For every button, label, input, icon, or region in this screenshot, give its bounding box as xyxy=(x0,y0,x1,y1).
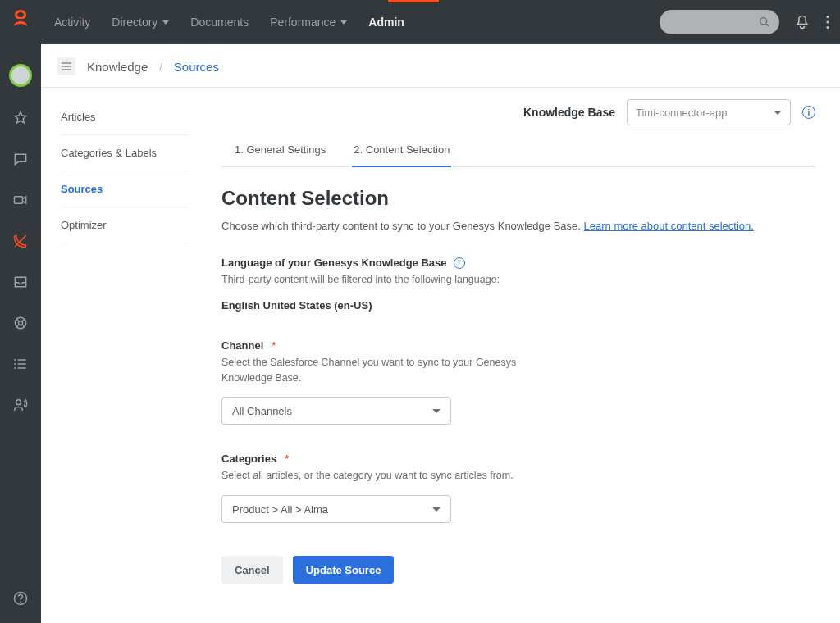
svg-point-13 xyxy=(20,601,21,603)
channel-value: All Channels xyxy=(232,405,292,417)
required-indicator: * xyxy=(285,452,289,465)
topnav-label: Performance xyxy=(270,16,336,29)
subnav-label: Sources xyxy=(61,183,103,195)
label-text: Categories xyxy=(221,452,276,465)
categories-block: Categories* Select all articles, or the … xyxy=(221,452,566,523)
cancel-button[interactable]: Cancel xyxy=(221,556,283,584)
desc-text: Choose which third-party content to sync… xyxy=(221,220,584,232)
topnav-admin[interactable]: Admin xyxy=(368,16,404,29)
svg-point-0 xyxy=(760,18,767,25)
svg-point-11 xyxy=(16,400,21,405)
channel-select[interactable]: All Channels xyxy=(221,397,451,425)
breadcrumb-separator: / xyxy=(159,61,162,73)
favorites-icon[interactable] xyxy=(11,108,30,128)
kb-selected-value: Timi-connector-app xyxy=(636,107,728,119)
tab-label: 1. General Settings xyxy=(235,143,326,156)
video-icon[interactable] xyxy=(11,190,30,210)
topbar-accent xyxy=(388,0,439,2)
topnav-label: Directory xyxy=(112,16,158,29)
chevron-down-icon xyxy=(774,111,782,115)
search-input[interactable] xyxy=(660,10,779,34)
kb-row: Knowledge Base Timi-connector-app i xyxy=(221,99,815,125)
button-label: Cancel xyxy=(235,564,270,576)
language-block: Language of your Genesys Knowledge Base … xyxy=(221,257,566,312)
info-icon[interactable]: i xyxy=(802,106,815,119)
label-text: Channel xyxy=(221,339,263,352)
topnav-documents[interactable]: Documents xyxy=(190,16,249,29)
categories-label: Categories* xyxy=(221,452,566,465)
topnav-performance[interactable]: Performance xyxy=(270,16,347,29)
genesys-logo-icon[interactable] xyxy=(12,10,29,34)
list-icon[interactable] xyxy=(11,354,30,374)
chevron-down-icon xyxy=(340,20,347,25)
subnav-categories-labels[interactable]: Categories & Labels xyxy=(61,135,189,171)
chevron-down-icon xyxy=(432,409,441,413)
subnav: Articles Categories & Labels Sources Opt… xyxy=(41,88,189,616)
topnav-directory[interactable]: Directory xyxy=(112,16,169,29)
breadcrumb-current[interactable]: Sources xyxy=(174,60,219,74)
subnav-optimizer[interactable]: Optimizer xyxy=(61,207,189,243)
svg-point-7 xyxy=(19,321,23,325)
button-label: Update Source xyxy=(306,564,381,576)
tab-label: 2. Content Selection xyxy=(354,143,450,156)
categories-select[interactable]: Product > All > Alma xyxy=(221,495,451,523)
svg-line-1 xyxy=(766,24,769,26)
topnav: Activity Directory Documents Performance… xyxy=(54,16,404,29)
chat-icon[interactable] xyxy=(11,149,30,169)
update-source-button[interactable]: Update Source xyxy=(293,556,395,584)
info-icon[interactable]: i xyxy=(454,257,465,269)
language-value: English United States (en-US) xyxy=(221,299,566,312)
svg-point-4 xyxy=(826,26,829,29)
lifebuoy-icon[interactable] xyxy=(11,313,30,333)
topnav-label: Documents xyxy=(190,16,249,29)
chevron-down-icon xyxy=(162,20,169,25)
svg-point-3 xyxy=(826,20,829,23)
content: Knowledge Base Timi-connector-app i 1. G… xyxy=(189,88,840,616)
subnav-label: Categories & Labels xyxy=(61,147,157,159)
search-icon xyxy=(758,16,771,29)
menu-toggle-icon[interactable] xyxy=(57,57,75,75)
learn-more-link[interactable]: Learn more about content selection. xyxy=(584,220,754,232)
subnav-label: Optimizer xyxy=(61,219,107,231)
language-label: Language of your Genesys Knowledge Base … xyxy=(221,257,566,269)
topnav-label: Activity xyxy=(54,16,90,29)
more-icon[interactable] xyxy=(825,15,830,30)
topnav-activity[interactable]: Activity xyxy=(54,16,90,29)
required-indicator: * xyxy=(272,339,276,352)
language-help: Third-party content will be filtered int… xyxy=(221,272,566,288)
svg-point-9 xyxy=(14,363,16,365)
tab-content-selection[interactable]: 2. Content Selection xyxy=(352,143,451,167)
actions-row: Cancel Update Source xyxy=(221,556,815,584)
subnav-label: Articles xyxy=(61,111,96,123)
tab-general-settings[interactable]: 1. General Settings xyxy=(233,143,327,166)
left-rail xyxy=(0,44,41,623)
tabs: 1. General Settings 2. Content Selection xyxy=(221,143,815,167)
subnav-sources[interactable]: Sources xyxy=(61,171,189,207)
channel-block: Channel* Select the Salesforce Channel y… xyxy=(221,339,566,425)
logo-cell xyxy=(0,10,41,34)
inbox-icon[interactable] xyxy=(11,272,30,292)
help-icon[interactable] xyxy=(11,589,30,608)
person-voice-icon[interactable] xyxy=(11,395,30,415)
svg-point-8 xyxy=(14,359,16,361)
chevron-down-icon xyxy=(432,507,441,512)
svg-point-2 xyxy=(826,16,829,18)
breadcrumb-row: Knowledge / Sources xyxy=(41,44,840,88)
breadcrumb-root[interactable]: Knowledge xyxy=(87,60,148,74)
avatar[interactable] xyxy=(9,64,32,87)
kb-label: Knowledge Base xyxy=(523,106,615,119)
categories-help: Select all articles, or the category you… xyxy=(221,468,566,484)
notifications-icon[interactable] xyxy=(794,14,810,30)
channel-help: Select the Salesforce Channel you want t… xyxy=(221,355,566,386)
subnav-articles[interactable]: Articles xyxy=(61,99,189,135)
channel-label: Channel* xyxy=(221,339,566,352)
svg-rect-5 xyxy=(15,197,23,203)
topbar: Activity Directory Documents Performance… xyxy=(0,0,840,44)
phone-disabled-icon[interactable] xyxy=(11,231,30,251)
kb-select[interactable]: Timi-connector-app xyxy=(627,99,791,125)
page-title: Content Selection xyxy=(221,187,815,210)
main: Knowledge / Sources Articles Categories … xyxy=(41,44,840,623)
categories-value: Product > All > Alma xyxy=(232,503,328,516)
topnav-label: Admin xyxy=(368,16,404,29)
page-description: Choose which third-party content to sync… xyxy=(221,220,815,232)
